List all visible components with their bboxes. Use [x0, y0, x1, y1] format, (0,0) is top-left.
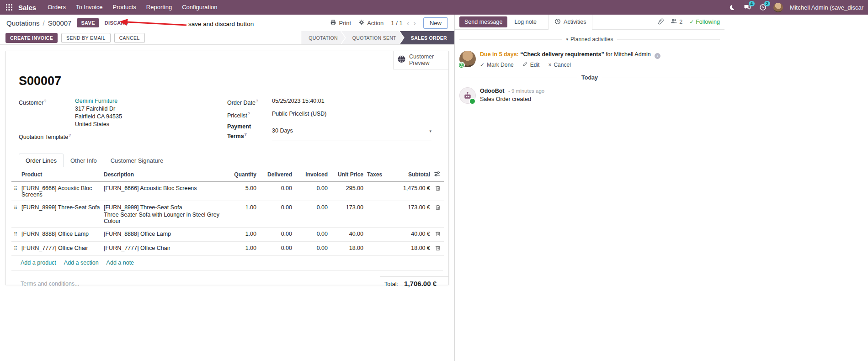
menu-reporting[interactable]: Reporting: [141, 0, 177, 15]
attachment-paperclip-icon[interactable]: [657, 18, 664, 26]
cell-unit-price[interactable]: 40.00: [330, 228, 365, 242]
status-step-quotation-sent[interactable]: QUOTATION SENT: [341, 31, 404, 44]
print-button[interactable]: Print: [330, 19, 351, 27]
cell-delivered[interactable]: 0.00: [258, 228, 294, 242]
pricelist-value[interactable]: Public Pricelist (USD): [272, 110, 326, 120]
order-date-value[interactable]: 05/25/2023 15:40:01: [272, 97, 325, 107]
add-note-link[interactable]: Add a note: [107, 260, 134, 266]
message-author[interactable]: OdooBot: [480, 88, 504, 94]
order-line-row[interactable]: ⠿ [FURN_8888] Office Lamp [FURN_8888] Of…: [11, 228, 444, 242]
messages-icon[interactable]: 4: [740, 0, 754, 15]
cell-description[interactable]: [FURN_8888] Office Lamp: [102, 228, 231, 242]
add-section-link[interactable]: Add a section: [64, 260, 99, 266]
cell-unit-price[interactable]: 173.00: [330, 201, 365, 228]
cell-taxes[interactable]: [365, 242, 392, 256]
header-unit-price[interactable]: Unit Price: [330, 167, 365, 182]
header-invoiced[interactable]: Invoiced: [294, 167, 330, 182]
edit-activity-button[interactable]: Edit: [522, 61, 540, 68]
tab-other-info[interactable]: Other Info: [64, 154, 104, 167]
cancel-button[interactable]: CANCEL: [114, 33, 145, 43]
tab-order-lines[interactable]: Order Lines: [19, 154, 64, 167]
app-name[interactable]: Sales: [18, 4, 36, 11]
following-button[interactable]: ✓ Following: [689, 19, 720, 25]
header-product[interactable]: Product: [20, 167, 102, 182]
cell-description[interactable]: [FURN_8999] Three-Seat Sofa Three Seater…: [102, 201, 231, 228]
header-delivered[interactable]: Delivered: [258, 167, 294, 182]
cell-quantity[interactable]: 1.00: [231, 228, 258, 242]
drag-handle-icon[interactable]: ⠿: [11, 201, 20, 228]
menu-products[interactable]: Products: [107, 0, 141, 15]
cell-unit-price[interactable]: 18.00: [330, 242, 365, 256]
cell-product[interactable]: [FURN_7777] Office Chair: [20, 242, 102, 256]
dark-mode-moon-icon[interactable]: [725, 0, 739, 15]
order-line-row[interactable]: ⠿ [FURN_6666] Acoustic Bloc Screens [FUR…: [11, 182, 444, 201]
header-quantity[interactable]: Quantity: [231, 167, 258, 182]
tab-customer-signature[interactable]: Customer Signature: [104, 154, 170, 167]
drag-handle-icon[interactable]: ⠿: [11, 182, 20, 201]
activities-clock-icon[interactable]: 2: [756, 0, 770, 15]
drag-handle-icon[interactable]: ⠿: [11, 242, 20, 256]
cell-invoiced[interactable]: 0.00: [294, 228, 330, 242]
followers-button[interactable]: 2: [671, 18, 682, 26]
cell-invoiced[interactable]: 0.00: [294, 182, 330, 201]
menu-orders[interactable]: Orders: [43, 0, 71, 15]
cell-invoiced[interactable]: 0.00: [294, 242, 330, 256]
order-line-row[interactable]: ⠿ [FURN_8999] Three-Seat Sofa [FURN_8999…: [11, 201, 444, 228]
cell-taxes[interactable]: [365, 201, 392, 228]
record-title[interactable]: S00007: [19, 74, 448, 88]
cell-invoiced[interactable]: 0.00: [294, 201, 330, 228]
header-subtotal[interactable]: Subtotal: [392, 167, 432, 182]
payment-terms-input[interactable]: [272, 127, 427, 136]
user-name[interactable]: Mitchell Admin (save_discar: [790, 4, 863, 11]
info-icon[interactable]: i: [655, 53, 660, 59]
apps-grid-icon[interactable]: [3, 0, 16, 15]
breadcrumb-quotations[interactable]: Quotations: [6, 19, 40, 27]
cell-quantity[interactable]: 5.00: [231, 182, 258, 201]
header-description[interactable]: Description: [102, 167, 231, 182]
status-step-sales-order[interactable]: SALES ORDER: [400, 31, 454, 44]
cell-taxes[interactable]: [365, 228, 392, 242]
pager-previous-icon[interactable]: ‹: [407, 19, 410, 27]
send-message-button[interactable]: Send message: [459, 16, 507, 27]
header-taxes[interactable]: Taxes: [365, 167, 392, 182]
delete-row-icon[interactable]: [435, 231, 441, 239]
cell-product[interactable]: [FURN_6666] Acoustic Bloc Screens: [20, 182, 102, 201]
dropdown-caret-icon[interactable]: ▾: [429, 127, 431, 135]
new-button[interactable]: New: [423, 17, 448, 29]
cell-delivered[interactable]: 0.00: [258, 201, 294, 228]
activity-avatar[interactable]: [459, 51, 476, 67]
cell-quantity[interactable]: 1.00: [231, 201, 258, 228]
pager-next-icon[interactable]: ›: [413, 19, 416, 27]
menu-configuration[interactable]: Configuration: [177, 0, 222, 15]
discard-button[interactable]: DISCARD: [101, 18, 132, 27]
mark-done-button[interactable]: ✓ Mark Done: [480, 61, 514, 68]
user-avatar[interactable]: [772, 0, 785, 15]
customer-link[interactable]: Gemini Furniture: [75, 97, 122, 105]
order-line-row[interactable]: ⠿ [FURN_7777] Office Chair [FURN_7777] O…: [11, 242, 444, 256]
delete-row-icon[interactable]: [435, 204, 441, 212]
add-product-link[interactable]: Add a product: [21, 260, 56, 266]
odoobot-avatar[interactable]: [459, 87, 476, 104]
terms-placeholder[interactable]: Terms and conditions...: [11, 276, 80, 287]
cancel-activity-button[interactable]: × Cancel: [548, 61, 570, 68]
cell-product[interactable]: [FURN_8888] Office Lamp: [20, 228, 102, 242]
action-button[interactable]: Action: [358, 19, 383, 27]
log-note-button[interactable]: Log note: [509, 16, 542, 27]
cell-delivered[interactable]: 0.00: [258, 242, 294, 256]
delete-row-icon[interactable]: [435, 185, 441, 193]
save-button[interactable]: SAVE: [77, 18, 99, 27]
cell-unit-price[interactable]: 295.00: [330, 182, 365, 201]
planned-activities-header[interactable]: ▾ Planned activities: [459, 36, 720, 42]
cell-quantity[interactable]: 1.00: [231, 242, 258, 256]
cell-description[interactable]: [FURN_6666] Acoustic Bloc Screens: [102, 182, 231, 201]
delete-row-icon[interactable]: [435, 245, 441, 253]
cell-description[interactable]: [FURN_7777] Office Chair: [102, 242, 231, 256]
cell-product[interactable]: [FURN_8999] Three-Seat Sofa: [20, 201, 102, 228]
create-invoice-button[interactable]: CREATE INVOICE: [5, 33, 58, 43]
send-by-email-button[interactable]: SEND BY EMAIL: [61, 33, 111, 43]
activities-tab[interactable]: Activities: [548, 15, 592, 30]
status-step-quotation[interactable]: QUOTATION: [301, 31, 345, 44]
drag-handle-icon[interactable]: ⠿: [11, 228, 20, 242]
cell-delivered[interactable]: 0.00: [258, 182, 294, 201]
cell-taxes[interactable]: [365, 182, 392, 201]
